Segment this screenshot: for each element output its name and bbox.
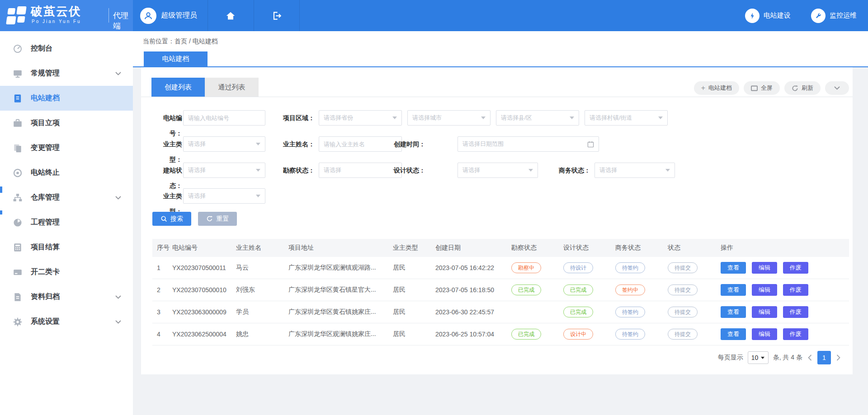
- business-status-select[interactable]: 请选择: [594, 163, 675, 178]
- prev-page-button[interactable]: [807, 354, 813, 361]
- home-icon: [225, 10, 236, 21]
- sidebar-item-station-archive[interactable]: 电站建档: [0, 86, 133, 111]
- sidebar-item-station-termination[interactable]: 电站终止: [0, 160, 133, 185]
- logout-button[interactable]: [254, 0, 299, 31]
- sitemap-icon: [13, 193, 23, 203]
- fullscreen-button[interactable]: 全屏: [744, 81, 780, 95]
- col-header: 业主姓名: [236, 244, 288, 252]
- edit-button[interactable]: 编辑: [752, 306, 777, 318]
- business-status-badge: 待签约: [615, 262, 645, 273]
- edit-button[interactable]: 编辑: [752, 262, 777, 274]
- sidebar-item-project-settlement[interactable]: 项目结算: [0, 235, 133, 260]
- design-status-label: 设计状态：: [386, 163, 425, 178]
- void-button[interactable]: 作废: [783, 328, 808, 340]
- sidebar-item-label: 项目结算: [31, 242, 60, 252]
- edit-button[interactable]: 编辑: [752, 284, 777, 296]
- search-button[interactable]: 搜索: [152, 212, 191, 226]
- brand-logo[interactable]: 破茧云伏 Po Jian Yun Fu 代理端: [0, 0, 133, 31]
- tab-create-list[interactable]: 创建列表: [151, 78, 205, 97]
- caret-down-icon: [256, 195, 260, 197]
- business-status-badge: 待签约: [615, 307, 645, 317]
- per-page-select[interactable]: 10: [748, 351, 769, 364]
- cell-created-date: 2023-07-05 16:42:22: [435, 264, 511, 271]
- portal-label: 代理端: [113, 10, 133, 31]
- sidebar-item-label: 电站建档: [31, 93, 60, 103]
- station-table: 序号 电站编号 业主姓名 项目地址 业主类型 创建日期 勘察状态 设计状态 商务…: [152, 239, 849, 345]
- date-range-input[interactable]: 请选择日期范围: [458, 136, 599, 152]
- table-row: 2 YX2023070500010 刘强东 广东深圳龙华区黄石镇星官大... 居…: [152, 279, 849, 301]
- design-status-badge: 设计中: [563, 329, 593, 340]
- breadcrumb-path[interactable]: 首页 / 电站建档: [175, 37, 218, 45]
- col-header: 项目地址: [288, 244, 393, 252]
- logout-icon: [271, 10, 282, 21]
- nav-monitoring-ops[interactable]: 监控运维: [811, 0, 857, 31]
- province-select[interactable]: 请选择省份: [319, 110, 402, 126]
- sidebar-item-change-mgmt[interactable]: 变更管理: [0, 135, 133, 160]
- caret-down-icon: [256, 169, 260, 172]
- col-header: 状态: [668, 244, 721, 252]
- sidebar-item-label: 变更管理: [31, 143, 60, 153]
- county-select[interactable]: 请选择县/区: [496, 110, 579, 126]
- owner-type2-select[interactable]: 请选择: [183, 188, 265, 204]
- business-status-badge: 签约中: [615, 284, 645, 295]
- sidebar-item-warehouse-mgmt[interactable]: 仓库管理: [0, 185, 133, 210]
- view-button[interactable]: 查看: [721, 284, 746, 296]
- page-number-button[interactable]: 1: [817, 351, 831, 364]
- breadcrumb: 当前位置：首页 / 电站建档: [143, 37, 218, 46]
- view-button[interactable]: 查看: [721, 262, 746, 274]
- col-header: 创建日期: [435, 244, 511, 252]
- cell-owner-name: 姚忠: [236, 330, 288, 338]
- sidebar-item-engineering-mgmt[interactable]: 工程管理: [0, 210, 133, 235]
- cell-owner-type: 居民: [393, 330, 435, 338]
- refresh-button[interactable]: 刷新: [784, 81, 821, 95]
- cell-created-date: 2023-06-25 10:57:04: [435, 331, 511, 338]
- refresh-label: 刷新: [802, 84, 813, 92]
- sidebar-item-system-settings[interactable]: 系统设置: [0, 309, 133, 334]
- caret-down-icon: [528, 169, 533, 172]
- search-label: 搜索: [170, 215, 183, 223]
- sidebar-item-console[interactable]: 控制台: [0, 36, 133, 61]
- nav-station-construction[interactable]: 电站建设: [745, 0, 791, 31]
- city-select[interactable]: 请选择城市: [407, 110, 491, 126]
- add-station-label: 电站建档: [708, 84, 732, 92]
- reset-button[interactable]: 重置: [198, 212, 237, 226]
- void-button[interactable]: 作废: [783, 284, 808, 296]
- sidebar-item-label: 资料归档: [31, 292, 60, 302]
- copy-files-icon: [13, 143, 23, 153]
- col-header: 业主类型: [393, 244, 435, 252]
- design-status-select[interactable]: 请选择: [458, 163, 538, 178]
- sidebar-item-open-card[interactable]: 开二类卡: [0, 260, 133, 284]
- home-button[interactable]: [208, 0, 253, 31]
- tab-passed-list[interactable]: 通过列表: [205, 78, 259, 97]
- col-header: 序号: [152, 244, 172, 252]
- station-code-input[interactable]: [183, 110, 265, 126]
- edit-button[interactable]: 编辑: [752, 328, 777, 340]
- view-button[interactable]: 查看: [721, 328, 746, 340]
- business-status-label: 商务状态：: [551, 163, 590, 178]
- sidebar-item-project-initiation[interactable]: 项目立项: [0, 111, 133, 135]
- sidebar-item-data-archive[interactable]: 资料归档: [0, 284, 133, 309]
- owner-type-select[interactable]: 请选择: [183, 136, 265, 152]
- void-button[interactable]: 作废: [783, 262, 808, 274]
- gear-icon: [13, 317, 23, 327]
- sidebar-item-general-mgmt[interactable]: 常规管理: [0, 61, 133, 86]
- view-button[interactable]: 查看: [721, 306, 746, 318]
- add-station-button[interactable]: + 电站建档: [694, 81, 739, 95]
- build-status-select[interactable]: 请选择: [183, 163, 265, 178]
- reset-icon: [206, 215, 213, 222]
- next-page-button[interactable]: [835, 354, 841, 361]
- user-menu[interactable]: 超级管理员: [134, 0, 208, 31]
- town-select[interactable]: 请选择村镇/街道: [585, 110, 668, 126]
- filter-row: 建站状态： 请选择 勘察状态： 请选择 设计状态： 请选择 商务状态： 请选择: [152, 163, 853, 178]
- cell-owner-name: 刘强东: [236, 286, 288, 294]
- table-row: 3 YX2023063000009 学员 广东深圳龙华区黄石镇姚家庄... 居民…: [152, 301, 849, 323]
- void-button[interactable]: 作废: [783, 306, 808, 318]
- content-card: 创建列表 通过列表 + 电站建档 全屏 刷新: [141, 67, 853, 374]
- page-tab-station-archive[interactable]: 电站建档: [144, 51, 208, 66]
- collapse-toolbar-button[interactable]: [825, 81, 849, 95]
- status-badge: 待提交: [668, 284, 698, 295]
- chevron-down-icon: [115, 295, 121, 299]
- brand-divider: [108, 8, 109, 23]
- document-icon: [13, 93, 23, 103]
- monitor-icon: [13, 69, 23, 79]
